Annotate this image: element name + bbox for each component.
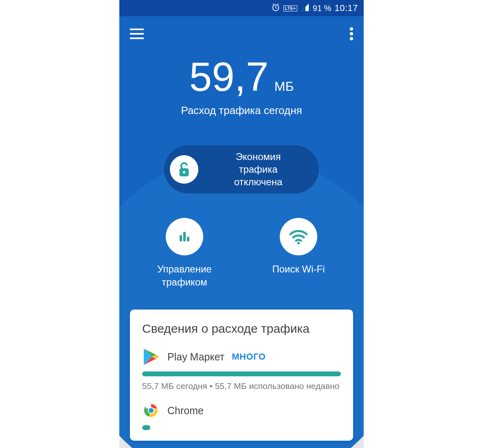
svg-point-5 <box>350 32 353 35</box>
manage-traffic-label: Управление трафиком <box>138 263 231 289</box>
alarm-icon <box>271 3 280 14</box>
svg-rect-9 <box>180 235 182 242</box>
manage-traffic-button[interactable]: Управление трафиком <box>138 218 231 289</box>
svg-point-4 <box>350 27 353 31</box>
lte-indicator: LTE+ <box>283 5 297 11</box>
svg-rect-10 <box>183 232 186 242</box>
usage-bar-fill <box>142 425 150 430</box>
battery-text: 91 % <box>313 4 332 13</box>
app-subtext: 55,7 МБ сегодня • 55,7 МБ использовано н… <box>142 381 341 391</box>
data-saver-toggle[interactable]: Экономия трафика отключена <box>164 145 319 193</box>
status-bar: LTE+ 91 % 10:17 <box>119 0 364 16</box>
data-saver-label: Экономия трафика отключена <box>207 150 309 189</box>
usage-badge: много <box>232 351 266 362</box>
app-row[interactable]: Chrome <box>142 402 341 430</box>
usage-details-card: Сведения о расходе трафика Play Маркет м… <box>130 310 353 441</box>
play-store-icon <box>142 348 160 366</box>
usage-bar <box>142 371 341 376</box>
clock-text: 10:17 <box>334 3 358 13</box>
bars-icon <box>166 218 203 255</box>
usage-summary: 59,7 МБ Расход трафика сегодня <box>119 56 364 117</box>
unlock-icon <box>170 155 198 184</box>
status-icons: LTE+ 91 % 10:17 <box>271 3 358 14</box>
app-name: Chrome <box>167 405 204 417</box>
chrome-icon <box>142 402 160 419</box>
svg-point-8 <box>183 171 185 173</box>
phone-frame: LTE+ 91 % 10:17 <box>119 0 364 448</box>
app-bar <box>119 16 364 53</box>
usage-value: 59,7 <box>189 56 269 97</box>
top-panel: 59,7 МБ Расход трафика сегодня Экономия … <box>119 16 364 313</box>
find-wifi-label: Поиск Wi-Fi <box>252 263 345 276</box>
hamburger-icon[interactable] <box>130 29 144 41</box>
find-wifi-button[interactable]: Поиск Wi-Fi <box>252 218 345 289</box>
wifi-icon <box>280 218 317 255</box>
app-name: Play Маркет <box>167 351 224 363</box>
app-row[interactable]: Play Маркет много 55,7 МБ сегодня • 55,7… <box>142 348 341 391</box>
usage-bar <box>142 425 341 430</box>
card-title: Сведения о расходе трафика <box>142 322 341 336</box>
svg-point-15 <box>149 408 154 413</box>
svg-rect-1 <box>130 29 144 30</box>
svg-rect-11 <box>187 237 189 242</box>
svg-point-6 <box>350 37 353 40</box>
svg-point-12 <box>297 242 300 244</box>
usage-unit: МБ <box>274 79 294 94</box>
signal-icon <box>301 3 310 14</box>
svg-rect-3 <box>130 37 144 39</box>
usage-caption: Расход трафика сегодня <box>119 104 364 117</box>
usage-bar-fill <box>142 371 341 376</box>
more-icon[interactable] <box>350 27 353 42</box>
actions-row: Управление трафиком Поиск Wi-Fi <box>119 218 364 289</box>
svg-rect-2 <box>130 33 144 35</box>
